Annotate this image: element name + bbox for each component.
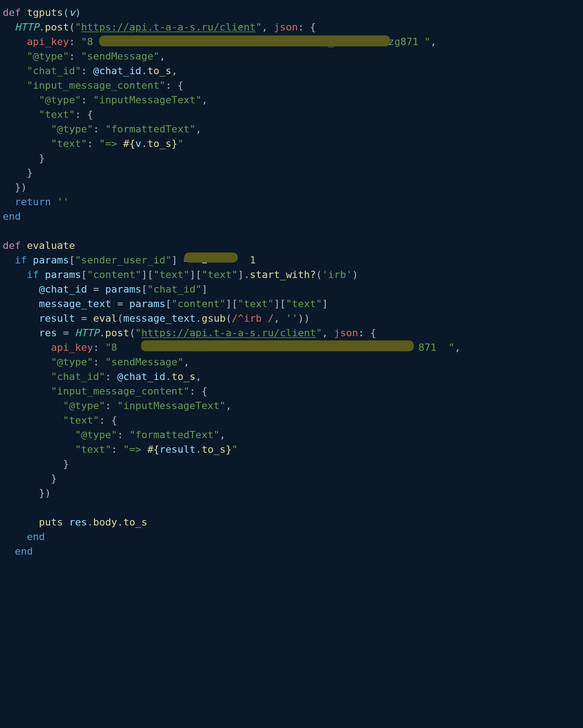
api-key-symbol-2: api_key bbox=[51, 342, 93, 353]
empty-string-2: '' bbox=[286, 313, 298, 324]
chat-id-ivar-3: @chat_id bbox=[117, 371, 166, 382]
message-text-var-2: message_text bbox=[123, 313, 196, 324]
api-key-value-2b: 871 bbox=[418, 342, 437, 353]
interp-open-2: #{ bbox=[147, 444, 160, 455]
body-call: body bbox=[93, 516, 117, 528]
url-literal: https://api.t-a-a-s.ru/client bbox=[81, 21, 256, 33]
code-editor[interactable]: def tgputs(v) HTTP.post("https://api.t-a… bbox=[0, 0, 583, 564]
chat-id-key-2: "chat_id" bbox=[147, 283, 201, 295]
sender-id-b: 1 bbox=[250, 254, 256, 266]
regex-literal: /^irb / bbox=[231, 313, 274, 324]
text-key-8: "text" bbox=[75, 444, 111, 455]
text-key-4: "text" bbox=[201, 269, 237, 280]
interp-to-s-2: to_s bbox=[201, 444, 226, 455]
interp-v: v bbox=[135, 138, 141, 149]
empty-string: '' bbox=[57, 196, 69, 207]
end-keyword-3: end bbox=[15, 546, 33, 557]
type-key-2: "@type" bbox=[39, 94, 81, 106]
keyword-def-2: def bbox=[3, 240, 21, 251]
res-var: res bbox=[39, 327, 57, 339]
interp-result: result bbox=[159, 444, 195, 455]
input-message-text: inputMessageText bbox=[99, 94, 196, 106]
params-var: params bbox=[33, 254, 69, 266]
interp-to-s: to_s bbox=[147, 138, 171, 149]
interp-close: } bbox=[171, 138, 177, 149]
param-v: v bbox=[69, 7, 75, 18]
text-key-6: "text" bbox=[286, 298, 322, 309]
post-call-2: post bbox=[105, 327, 129, 339]
text-key-3: "text" bbox=[153, 269, 189, 280]
chat-id-key-3: "chat_id" bbox=[51, 371, 105, 382]
params-var-3: params bbox=[105, 283, 141, 295]
to-s-call: to_s bbox=[147, 65, 171, 76]
sender-user-id-key: "sender_user_id" bbox=[75, 254, 171, 266]
end-keyword-2: end bbox=[27, 531, 45, 542]
gsub-call: gsub bbox=[201, 313, 226, 324]
type-key-6: "@type" bbox=[75, 429, 117, 440]
to-s-call-3: to_s bbox=[123, 516, 147, 528]
url-literal-2: https://api.t-a-a-s.ru/client bbox=[141, 327, 316, 339]
api-key-value-tail: KHYDJUM5c_DCtiDbC6rzg871 bbox=[274, 36, 418, 47]
api-key-value: 8 bbox=[87, 36, 93, 47]
interp-close-2: } bbox=[226, 444, 231, 455]
type-key-4: "@type" bbox=[51, 356, 93, 368]
input-message-text-2: inputMessageText bbox=[123, 400, 220, 411]
chat-id-key: "chat_id" bbox=[27, 65, 81, 76]
json-symbol: json bbox=[274, 21, 298, 33]
formatted-text: formattedText bbox=[111, 123, 189, 135]
type-key-5: "@type" bbox=[63, 400, 105, 411]
http-const: HTTP bbox=[15, 21, 39, 33]
type-key: "@type" bbox=[27, 51, 69, 62]
send-message-2: sendMessage bbox=[111, 356, 177, 368]
api-key-symbol: api_key bbox=[27, 36, 69, 47]
start-with-call: start_with? bbox=[250, 269, 316, 280]
chat-id-ivar-2: @chat_id bbox=[39, 283, 87, 295]
return-keyword: return bbox=[15, 196, 51, 207]
type-key-3: "@type" bbox=[51, 123, 93, 135]
params-var-2: params bbox=[45, 269, 81, 280]
http-const-2: HTTP bbox=[75, 327, 99, 339]
function-evaluate: evaluate bbox=[27, 240, 75, 251]
text-key: "text" bbox=[39, 109, 75, 120]
send-message: sendMessage bbox=[87, 51, 153, 62]
post-call: post bbox=[45, 21, 69, 33]
eq-eq: == bbox=[183, 254, 196, 266]
content-key-2: "content" bbox=[171, 298, 226, 309]
content-key: "content" bbox=[87, 269, 141, 280]
input-message-content-key-2: "input_message_content" bbox=[51, 385, 190, 397]
message-text-var: message_text bbox=[39, 298, 111, 309]
keyword-def: def bbox=[3, 7, 21, 18]
params-var-4: params bbox=[129, 298, 165, 309]
res-var-2: res bbox=[69, 516, 87, 528]
interp-open: #{ bbox=[123, 138, 136, 149]
to-s-call-2: to_s bbox=[171, 371, 196, 382]
irb-string: 'irb' bbox=[322, 269, 352, 280]
text-key-7: "text" bbox=[63, 415, 99, 426]
arrow-prefix: => bbox=[105, 138, 123, 149]
input-message-content-key: "input_message_content" bbox=[27, 80, 166, 91]
function-name: tgputs bbox=[27, 7, 63, 18]
sender-id-a: 2 bbox=[201, 254, 207, 266]
if-keyword-2: if bbox=[27, 269, 39, 280]
arrow-prefix-2: => bbox=[129, 444, 147, 455]
eval-call: eval bbox=[93, 313, 117, 324]
api-key-value-2a: 8 bbox=[111, 342, 117, 353]
formatted-text-2: formattedText bbox=[135, 429, 213, 440]
chat-id-ivar: @chat_id bbox=[93, 65, 141, 76]
puts-call: puts bbox=[39, 516, 63, 528]
end-keyword: end bbox=[3, 211, 21, 222]
json-symbol-2: json bbox=[334, 327, 358, 339]
result-var: result bbox=[39, 313, 75, 324]
text-key-2: "text" bbox=[51, 138, 87, 149]
if-keyword: if bbox=[15, 254, 27, 266]
text-key-5: "text" bbox=[238, 298, 274, 309]
